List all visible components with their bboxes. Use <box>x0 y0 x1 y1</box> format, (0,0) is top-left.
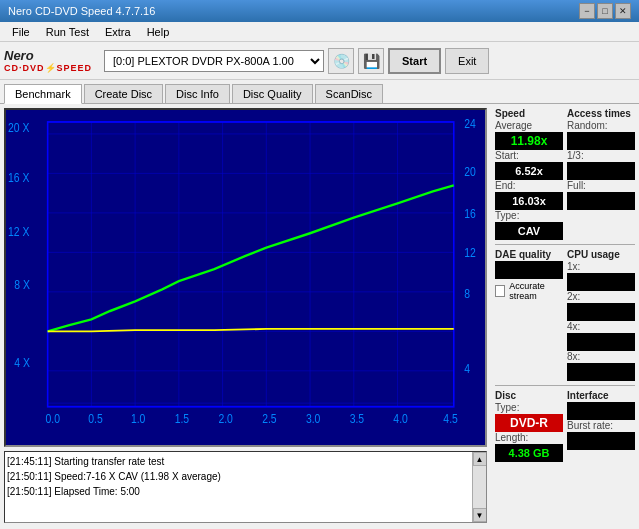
type-label: Type: <box>495 210 563 221</box>
access-times-title: Access times <box>567 108 635 119</box>
cpu-1x-label: 1x: <box>567 261 635 272</box>
onethird-value <box>567 162 635 180</box>
end-label: End: <box>495 180 563 191</box>
nero-logo-top: Nero <box>4 48 34 63</box>
tab-disc-quality[interactable]: Disc Quality <box>232 84 313 103</box>
exit-button[interactable]: Exit <box>445 48 489 74</box>
chart-area: 24 20 16 12 8 4 20 X 16 X 12 X 8 X 4 X 0… <box>0 104 491 527</box>
log-line-3: [21:50:11] Elapsed Time: 5:00 <box>7 484 468 499</box>
tab-disc-info[interactable]: Disc Info <box>165 84 230 103</box>
end-value: 16.03x <box>495 192 563 210</box>
speed-access-section: Speed Average 11.98x Start: 6.52x End: 1… <box>495 108 635 240</box>
dae-title: DAE quality <box>495 249 563 260</box>
toolbar: Nero CD·DVD⚡SPEED [0:0] PLEXTOR DVDR PX-… <box>0 42 639 80</box>
full-value <box>567 192 635 210</box>
menu-extra[interactable]: Extra <box>97 24 139 40</box>
svg-text:20 X: 20 X <box>8 121 30 134</box>
interface-section: Interface Burst rate: <box>567 390 635 462</box>
random-label: Random: <box>567 120 635 131</box>
log-line-1: [21:45:11] Starting transfer rate test <box>7 454 468 469</box>
svg-text:12: 12 <box>464 246 476 259</box>
accurate-stream-label: Accurate stream <box>509 281 563 301</box>
drive-selector[interactable]: [0:0] PLEXTOR DVDR PX-800A 1.00 <box>104 50 324 72</box>
svg-text:8 X: 8 X <box>14 279 30 292</box>
right-panel: Speed Average 11.98x Start: 6.52x End: 1… <box>491 104 639 527</box>
svg-text:4.0: 4.0 <box>393 413 407 426</box>
svg-text:12 X: 12 X <box>8 225 30 238</box>
svg-text:20: 20 <box>464 165 476 178</box>
divider-2 <box>495 385 635 386</box>
minimize-button[interactable]: − <box>579 3 595 19</box>
disc-interface-section: Disc Type: DVD-R Length: 4.38 GB Interfa… <box>495 390 635 462</box>
log-line-2: [21:50:11] Speed:7-16 X CAV (11.98 X ave… <box>7 469 468 484</box>
svg-text:0.5: 0.5 <box>88 413 102 426</box>
svg-text:4 X: 4 X <box>14 357 30 370</box>
dae-value <box>495 261 563 279</box>
svg-text:3.0: 3.0 <box>306 413 320 426</box>
type-value: CAV <box>495 222 563 240</box>
tab-create-disc[interactable]: Create Disc <box>84 84 163 103</box>
disc-type-label: Type: <box>495 402 563 413</box>
svg-text:2.5: 2.5 <box>262 413 276 426</box>
disc-title: Disc <box>495 390 563 401</box>
cpu-4x-label: 4x: <box>567 321 635 332</box>
accurate-stream-checkbox[interactable] <box>495 285 505 297</box>
svg-text:2.0: 2.0 <box>218 413 232 426</box>
start-button[interactable]: Start <box>388 48 441 74</box>
main-content: 24 20 16 12 8 4 20 X 16 X 12 X 8 X 4 X 0… <box>0 104 639 527</box>
menu-file[interactable]: File <box>4 24 38 40</box>
interface-value <box>567 402 635 420</box>
scroll-up-button[interactable]: ▲ <box>473 452 487 466</box>
tab-benchmark[interactable]: Benchmark <box>4 84 82 104</box>
menu-bar: File Run Test Extra Help <box>0 22 639 42</box>
cpu-2x-label: 2x: <box>567 291 635 302</box>
cpu-8x-value <box>567 363 635 381</box>
dae-cpu-section: DAE quality Accurate stream CPU usage 1x… <box>495 249 635 381</box>
burst-rate-value <box>567 432 635 450</box>
accurate-stream-row: Accurate stream <box>495 281 563 301</box>
cpu-8x-label: 8x: <box>567 351 635 362</box>
svg-text:24: 24 <box>464 117 476 130</box>
cpu-4x-value <box>567 333 635 351</box>
maximize-button[interactable]: □ <box>597 3 613 19</box>
chart-svg: 24 20 16 12 8 4 20 X 16 X 12 X 8 X 4 X 0… <box>6 110 485 445</box>
average-label: Average <box>495 120 563 131</box>
nero-logo-bottom: CD·DVD⚡SPEED <box>4 63 92 73</box>
access-times-section: Access times Random: 1/3: Full: <box>567 108 635 240</box>
dae-section: DAE quality Accurate stream <box>495 249 563 381</box>
menu-help[interactable]: Help <box>139 24 178 40</box>
tab-bar: Benchmark Create Disc Disc Info Disc Qua… <box>0 80 639 104</box>
interface-title: Interface <box>567 390 635 401</box>
onethird-label: 1/3: <box>567 150 635 161</box>
svg-text:0.0: 0.0 <box>46 413 60 426</box>
title-bar: Nero CD-DVD Speed 4.7.7.16 − □ ✕ <box>0 0 639 22</box>
log-content: [21:45:11] Starting transfer rate test [… <box>7 454 484 499</box>
speed-title: Speed <box>495 108 563 119</box>
cpu-1x-value <box>567 273 635 291</box>
svg-text:4.5: 4.5 <box>443 413 457 426</box>
svg-text:16: 16 <box>464 207 476 220</box>
tab-scan-disc[interactable]: ScanDisc <box>315 84 383 103</box>
svg-text:1.5: 1.5 <box>175 413 189 426</box>
close-button[interactable]: ✕ <box>615 3 631 19</box>
save-icon-button[interactable]: 💾 <box>358 48 384 74</box>
random-value <box>567 132 635 150</box>
disc-icon-button[interactable]: 💿 <box>328 48 354 74</box>
svg-text:3.5: 3.5 <box>350 413 364 426</box>
disc-type-value: DVD-R <box>495 414 563 432</box>
disc-length-value: 4.38 GB <box>495 444 563 462</box>
menu-run-test[interactable]: Run Test <box>38 24 97 40</box>
cpu-usage-section: CPU usage 1x: 2x: 4x: 8x: <box>567 249 635 381</box>
burst-rate-label: Burst rate: <box>567 420 635 431</box>
cpu-2x-value <box>567 303 635 321</box>
svg-text:4: 4 <box>464 363 470 376</box>
svg-text:8: 8 <box>464 287 470 300</box>
log-scrollbar[interactable]: ▲ ▼ <box>472 452 486 522</box>
scroll-down-button[interactable]: ▼ <box>473 508 487 522</box>
svg-rect-0 <box>6 110 485 445</box>
cpu-title: CPU usage <box>567 249 635 260</box>
window-title: Nero CD-DVD Speed 4.7.7.16 <box>8 5 155 17</box>
disc-length-label: Length: <box>495 432 563 443</box>
chart-container: 24 20 16 12 8 4 20 X 16 X 12 X 8 X 4 X 0… <box>4 108 487 447</box>
disc-info-section: Disc Type: DVD-R Length: 4.38 GB <box>495 390 563 462</box>
